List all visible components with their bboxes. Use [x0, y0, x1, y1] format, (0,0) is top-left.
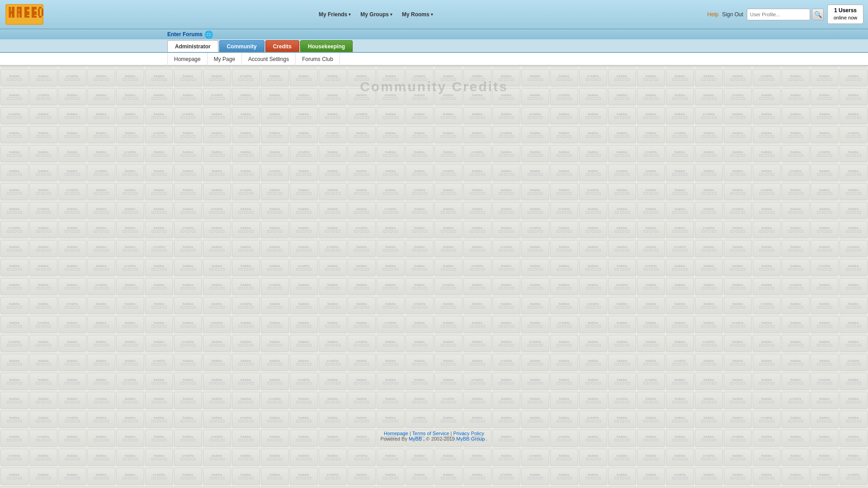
svg-rect-25 [8, 7, 9, 18]
header-right: Help Sign Out 🔍 1 Userss online now [708, 5, 863, 23]
footer-homepage-link[interactable]: Homepage [384, 431, 408, 436]
bg-cell: habbo [58, 468, 86, 485]
footer: Homepage | Terms of Service | Privacy Po… [0, 427, 868, 445]
bg-cell: habbo [492, 449, 520, 466]
help-link[interactable]: Help [708, 11, 719, 18]
bg-cell: habbo [434, 468, 462, 485]
bg-cell: habbo [29, 468, 57, 485]
footer-mybb-group-link[interactable]: MyBB Group [456, 436, 485, 441]
bg-cell: credits [695, 449, 723, 466]
forum-icon: 🌐 [204, 30, 213, 39]
bg-cell: habbo [319, 449, 347, 466]
bg-cell: habbo [579, 449, 607, 466]
svg-rect-13 [27, 11, 29, 15]
bg-cell: habbo [463, 468, 491, 485]
bg-cell: habbo [550, 468, 578, 485]
bg-cell: habbo [753, 449, 781, 466]
copyright-text: , © 2002-2019 [423, 436, 455, 441]
enter-forums-link[interactable]: Enter Forums [167, 31, 203, 38]
tab-housekeeping[interactable]: Housekeeping [300, 40, 353, 52]
tab-administrator[interactable]: Administrator [167, 40, 218, 52]
my-groups-nav[interactable]: My Groups ▾ [357, 9, 396, 19]
bg-cell: habbo [0, 468, 28, 485]
svg-rect-20 [32, 16, 37, 18]
bg-cell: habbo [811, 468, 839, 485]
bg-cell: credits [319, 468, 347, 485]
community-credits-heading: Community Credits [360, 79, 508, 94]
footer-mybb-link[interactable]: MyBB [409, 436, 422, 441]
footer-privacy-link[interactable]: Privacy Policy [453, 431, 484, 436]
bg-cell: habbo [232, 449, 260, 466]
sub-nav-mypage[interactable]: My Page [208, 53, 242, 66]
bg-cell: habbo [753, 468, 781, 485]
bg-cell: habbo [724, 449, 752, 466]
svg-rect-22 [38, 9, 40, 16]
bg-cell: credits [666, 468, 694, 485]
my-rooms-nav[interactable]: My Rooms ▾ [398, 9, 437, 19]
bg-cell: habbo [434, 449, 462, 466]
bg-cell: habbo [261, 449, 289, 466]
svg-rect-23 [39, 16, 42, 18]
bg-cell: habbo [290, 468, 318, 485]
bg-cell: habbo [348, 468, 376, 485]
bg-cell: habbo [58, 449, 86, 466]
bg-cell: habbo [203, 449, 231, 466]
signout-link[interactable]: Sign Out [722, 11, 743, 18]
bg-cell: habbo [782, 468, 810, 485]
svg-rect-21 [39, 7, 42, 9]
bg-cell: habbo [724, 468, 752, 485]
search-input[interactable] [747, 9, 810, 20]
footer-tos-link[interactable]: Terms of Service [412, 431, 449, 436]
online-box: 1 Userss online now [827, 5, 863, 23]
bg-cell: habbo [521, 468, 549, 485]
bg-cell: habbo [782, 449, 810, 466]
svg-rect-24 [42, 9, 43, 16]
bg-cell: habbo [232, 468, 260, 485]
bg-cell: habbo [116, 468, 144, 485]
my-friends-nav[interactable]: My Friends ▾ [315, 9, 354, 19]
logo-area [5, 3, 44, 26]
tab-community[interactable]: Community [219, 40, 264, 52]
bg-cell: habbo [116, 449, 144, 466]
bg-cell: habbo [579, 468, 607, 485]
svg-rect-11 [27, 7, 29, 9]
bg-cell: habbo [145, 449, 173, 466]
svg-rect-17 [34, 7, 37, 9]
bg-cell: habbo [637, 468, 665, 485]
header-nav: My Friends ▾ My Groups ▾ My Rooms ▾ [44, 9, 708, 19]
bg-cell: habbo [608, 449, 636, 466]
bg-cell: credits [521, 449, 549, 466]
enter-forums-bar: Enter Forums 🌐 [0, 29, 868, 39]
bg-cell: credits [174, 449, 202, 466]
bg-cell: habbo [174, 468, 202, 485]
bg-cell: habbo [550, 449, 578, 466]
bg-cell: habbo [406, 468, 434, 485]
sub-nav-homepage[interactable]: Homepage [167, 53, 208, 66]
bg-cell: credits [840, 468, 868, 485]
tab-credits[interactable]: Credits [265, 40, 299, 52]
bg-cell: habbo [608, 468, 636, 485]
bg-cell: habbo [290, 449, 318, 466]
online-label: online now [832, 14, 859, 21]
svg-rect-26 [16, 7, 17, 18]
search-button[interactable]: 🔍 [812, 9, 824, 20]
sub-nav: Homepage My Page Account Settings Forums… [0, 53, 868, 66]
bg-cell: habbo [840, 449, 868, 466]
svg-rect-14 [24, 16, 29, 18]
habbo-logo[interactable] [5, 3, 44, 26]
bg-cell: habbo [406, 449, 434, 466]
sub-nav-forums-club[interactable]: Forums Club [296, 53, 340, 66]
bg-cell: habbo [637, 449, 665, 466]
header: My Friends ▾ My Groups ▾ My Rooms ▾ Help… [0, 0, 868, 29]
search-area: 🔍 [747, 9, 824, 20]
bg-cell: habbo [666, 449, 694, 466]
bg-cell: habbo [377, 468, 405, 485]
powered-by-text: Powered By [381, 436, 407, 441]
search-icon: 🔍 [814, 11, 822, 18]
bg-cell: habbo [261, 468, 289, 485]
sub-nav-account-settings[interactable]: Account Settings [242, 53, 296, 66]
bg-cell: credits [348, 449, 376, 466]
bg-cell: habbo [463, 449, 491, 466]
svg-rect-4 [12, 7, 14, 18]
bg-cell: credits [0, 449, 28, 466]
